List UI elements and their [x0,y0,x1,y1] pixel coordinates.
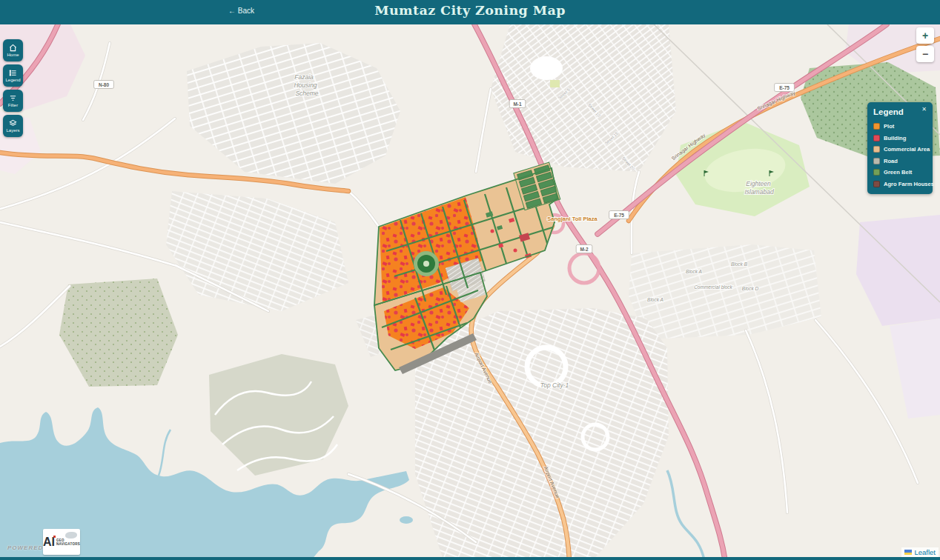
ukraine-flag-icon [904,550,912,555]
map-label: Fazaia [294,73,314,81]
tools-sidebar: Home Legend Filter Layers [3,39,23,137]
ai-geo-navigators-logo: AI GEO NAVIGATORS [43,529,80,555]
layers-icon [9,119,17,127]
legend-item-label: Commercial Area [884,146,930,153]
map-label: Islamabad [744,188,773,196]
map-label: Scheme [295,90,318,97]
close-icon[interactable]: ✕ [921,106,927,113]
logo-sub-text: NAVIGATORS [56,542,80,546]
map-label: Block A [686,269,702,274]
legend-item-label: Agro Farm Houses [884,181,934,187]
road-shield: M-1 [509,100,526,108]
legend-title: Legend [873,107,904,116]
legend-item-plot: Plot [873,123,927,130]
road-shield: E-75 [609,211,629,219]
legend-button[interactable]: Legend [3,64,23,87]
legend-item-road: Road [873,158,927,164]
legend-item-label: Road [884,158,898,164]
svg-text:E-75: E-75 [614,213,624,218]
home-icon [9,44,17,52]
zoom-in-button[interactable]: + [916,27,934,44]
plot-swatch [873,123,880,130]
leaflet-attribution: Leaflet [901,547,939,557]
legend-icon [9,69,17,77]
green-belt-swatch [873,169,880,176]
agro-farm-houses-swatch [873,181,880,187]
legend-items: Plot Building Commercial Area Road Green… [873,123,927,187]
map-label: Block B [731,261,748,267]
logo-main-text: AI [43,537,55,547]
filter-icon [9,94,17,102]
map-label: Block A [647,297,663,302]
app-footer [0,557,940,560]
legend-item-building: Building [873,135,927,141]
legend-item-agro-farm-houses: Agro Farm Houses [873,181,927,187]
legend-item-label: Plot [884,123,894,130]
legend-panel: Legend ✕ Plot Building Commercial Area R… [867,102,933,194]
building-swatch [873,135,880,141]
svg-text:M-2: M-2 [580,247,589,252]
app-header: ← Back Mumtaz City Zoning Map [0,0,940,24]
layers-button-label: Layers [6,128,19,133]
home-button[interactable]: Home [3,39,23,61]
map-label: Block D [742,286,759,291]
world-map-icon [65,532,77,539]
svg-text:M-1: M-1 [513,101,522,107]
legend-item-commercial-area: Commercial Area [873,146,927,153]
legend-item-label: Building [884,135,906,141]
legend-item-label: Green Belt [884,169,912,176]
map-canvas[interactable]: N-80M-1E-75M-2E-75 FazaiaHousingSchemeEi… [0,24,940,560]
map-label: Housing [294,81,317,89]
zoom-out-button[interactable]: − [916,46,934,62]
central-park [414,251,439,276]
leaflet-link[interactable]: Leaflet [914,548,936,556]
commercial-area-swatch [873,146,880,153]
svg-text:E-75: E-75 [779,85,790,90]
page-title: Mumtaz City Zoning Map [0,3,940,18]
filter-button-label: Filter [8,103,18,107]
map-label: Sangjani Toll Plaza [547,216,598,222]
filter-button[interactable]: Filter [3,90,23,112]
map-label: Top City-1 [540,381,569,389]
layers-button[interactable]: Layers [3,115,23,137]
zoom-control: + − [916,27,934,62]
home-button-label: Home [7,53,19,57]
map-container: N-80M-1E-75M-2E-75 FazaiaHousingSchemeEi… [0,24,940,557]
legend-button-label: Legend [5,78,20,82]
map-label: Eighteen [746,180,771,187]
road-shield: M-2 [576,245,592,253]
road-swatch [873,158,880,164]
app-window: N-80M-1E-75M-2E-75 FazaiaHousingSchemeEi… [0,0,940,560]
map-label: Commercial block [694,284,732,290]
road-shield: N-80 [94,81,114,89]
legend-item-green-belt: Green Belt [873,169,927,176]
svg-text:N-80: N-80 [99,82,109,87]
